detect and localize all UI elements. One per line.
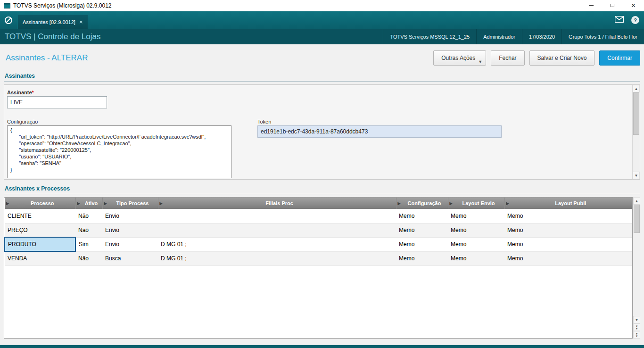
section-title-assinantes-processos: Assinantes x Processos [4,184,640,194]
required-marker: * [32,90,34,95]
close-button[interactable]: Fechar [491,50,524,66]
cell-layout-envio[interactable]: Memo [448,237,504,251]
minimize-button[interactable] [580,0,602,11]
cell-layout-envio[interactable]: Memo [448,209,504,223]
restore-icon [611,4,614,7]
column-header-layout-publi[interactable]: ▶Layout Publi [504,198,632,209]
restore-button[interactable] [602,0,623,11]
cell-ativo[interactable]: Não [75,251,102,265]
app-icon [4,3,10,8]
cell-processo-selected[interactable]: PRODUTO [5,237,75,251]
section-title-assinantes: Assinantes [4,72,640,82]
cell-layout-envio[interactable]: Memo [448,251,504,265]
cell-layout-publi[interactable]: Memo [504,223,632,237]
cell-configuracao[interactable]: Memo [396,223,448,237]
processos-grid: ▶Processo ▶Ativo ▶Tipo Process ▶Filiais … [4,198,632,266]
grid-scroll-track[interactable] [633,233,640,316]
cell-configuracao[interactable]: Memo [396,209,448,223]
assinante-label-text: Assinante [7,90,32,95]
close-button-label: Fechar [499,55,516,61]
cell-filiais[interactable] [158,223,396,237]
tab-close-icon[interactable]: × [79,19,83,25]
grid-scrollbar[interactable]: ▲ ▼ ▾▾ ▾▾ [633,197,640,339]
form-scrollbar[interactable]: ▲ ▼ [632,85,640,179]
other-actions-button[interactable]: Outras Ações ▼ [433,50,486,66]
column-header-ativo[interactable]: ▶Ativo [75,198,102,209]
confirm-label: Confirmar [607,55,632,61]
bottom-border-strip [0,345,644,348]
cell-layout-publi[interactable]: Memo [504,237,632,251]
column-header-filiais-proc[interactable]: ▶Filiais Proc [158,198,396,209]
help-icon[interactable]: ? [631,16,639,24]
cell-processo[interactable]: CLIENTE [5,209,75,223]
tab-bar: Assinantes [02.9.0012] × ? [0,11,644,29]
column-header-layout-envio[interactable]: ▶Layout Envio [448,198,504,209]
table-row: VENDA Não Busca D MG 01 ; Memo Memo Memo [5,251,632,265]
cell-ativo[interactable]: Não [75,209,102,223]
cell-ativo[interactable]: Sim [75,237,102,251]
environment-label: TOTVS Serviços MSSQL 12_1_25 [383,29,476,44]
tab-assinantes[interactable]: Assinantes [02.9.0012] × [17,15,88,29]
save-and-create-new-button[interactable]: Salvar e Criar Novo [529,50,595,66]
token-label: Token [257,119,271,124]
column-header-tipo-process[interactable]: ▶Tipo Process [102,198,158,209]
window-title: TOTVS Serviços (Microsiga) 02.9.0012 [13,2,580,9]
date-label: 17/03/2020 [522,29,561,44]
cell-ativo[interactable]: Não [75,223,102,237]
table-row: PREÇO Não Envio Memo Memo Memo [5,223,632,237]
app-header: TOTVS | Controle de Lojas TOTVS Serviços… [0,29,644,44]
header-info: TOTVS Serviços MSSQL 12_1_25 Administrad… [383,29,644,44]
scroll-down-icon[interactable]: ▼ [633,172,640,179]
chevron-down-icon: ▼ [478,59,482,64]
cell-layout-envio[interactable]: Memo [448,223,504,237]
configuracao-textarea[interactable]: { "url_token": "http://URL/PracticoLive/… [7,125,231,178]
scroll-thumb[interactable] [633,92,639,135]
grid-scroll-thumb[interactable] [634,205,640,233]
cell-processo[interactable]: VENDA [5,251,75,265]
brand-title: TOTVS | Controle de Lojas [0,32,383,41]
column-arrow-icon: ▶ [506,201,509,206]
grid-header-row: ▶Processo ▶Ativo ▶Tipo Process ▶Filiais … [5,198,632,209]
form-panel: Assinante* Configuração { "url_token": "… [4,84,640,180]
grid-scroll-up-icon[interactable]: ▲ [633,197,640,205]
title-bar: TOTVS Serviços (Microsiga) 02.9.0012 × [0,0,644,11]
cell-layout-publi[interactable]: Memo [504,209,632,223]
cell-configuracao[interactable]: Memo [396,237,448,251]
cell-filiais[interactable]: D MG 01 ; [158,251,396,265]
branch-label: Grupo Totvs 1 / Filial Belo Hor [561,29,644,44]
grid-wrap: ▶Processo ▶Ativo ▶Tipo Process ▶Filiais … [4,197,640,339]
column-header-configuracao[interactable]: ▶Configuração [396,198,448,209]
form-fields: Assinante* Configuração { "url_token": "… [4,85,632,179]
table-row: CLIENTE Não Envio Memo Memo Memo [5,209,632,223]
token-input[interactable] [257,125,502,138]
column-header-processo[interactable]: ▶Processo [5,198,75,209]
cell-tipo[interactable]: Envio [102,209,158,223]
page-title: Assinantes - ALTERAR [4,53,429,63]
grid-scroll-down-icon[interactable]: ▼ [633,316,640,323]
cell-filiais[interactable] [158,209,396,223]
assinante-label: Assinante* [7,90,34,95]
close-window-button[interactable]: × [623,0,644,11]
cell-tipo[interactable]: Busca [102,251,158,265]
cell-filiais[interactable]: D MG 01 ; [158,237,396,251]
cell-tipo[interactable]: Envio [102,223,158,237]
main-content: Assinantes - ALTERAR Outras Ações ▼ Fech… [0,44,644,345]
mail-icon[interactable] [615,16,624,25]
grid-scroll-last-icon[interactable]: ▾▾ [633,331,640,339]
totvs-logo-icon [4,16,13,25]
cell-configuracao[interactable]: Memo [396,251,448,265]
grid-scroll-page-down-icon[interactable]: ▾▾ [633,323,640,331]
assinante-input[interactable] [7,96,107,108]
scroll-track[interactable] [633,135,640,172]
minimize-icon [589,5,594,6]
tab-label: Assinantes [02.9.0012] [23,19,75,25]
column-arrow-icon: ▶ [398,201,401,206]
action-toolbar: Assinantes - ALTERAR Outras Ações ▼ Fech… [4,44,640,72]
cell-layout-publi[interactable]: Memo [504,251,632,265]
cell-tipo[interactable]: Envio [102,237,158,251]
confirm-button[interactable]: Confirmar [599,50,640,66]
column-arrow-icon: ▶ [6,201,9,206]
scroll-up-icon[interactable]: ▲ [633,85,640,92]
cell-processo[interactable]: PREÇO [5,223,75,237]
save-new-label: Salvar e Criar Novo [537,55,587,61]
